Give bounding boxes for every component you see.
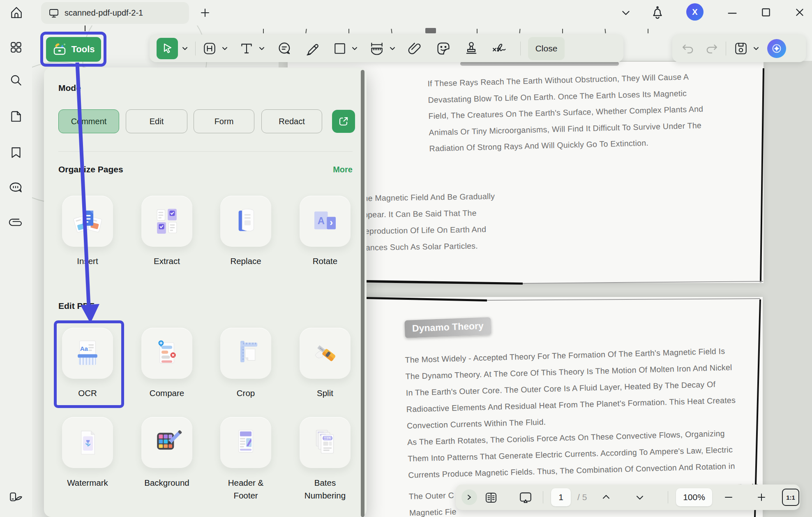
shape-tool-button[interactable]: [333, 42, 347, 56]
section-divider: [58, 151, 353, 152]
panel-scrollbar[interactable]: [361, 70, 364, 517]
doc-text-line: appear. It Can Be Said That The: [359, 204, 495, 223]
organize-more-link[interactable]: More: [333, 165, 353, 174]
tile-insert[interactable]: [62, 196, 113, 247]
highlight-tool-dropdown[interactable]: [221, 45, 228, 52]
attachment-tool-button[interactable]: [408, 41, 423, 56]
undo-button[interactable]: [681, 42, 694, 55]
sticker-tool-button[interactable]: [436, 41, 451, 56]
tile-bates-numbering[interactable]: 000123: [300, 417, 351, 468]
sidebar-reader-button[interactable]: [0, 485, 32, 509]
stamp-tool-button[interactable]: [464, 41, 479, 56]
page-edge-tick: [85, 26, 85, 31]
tile-split[interactable]: [300, 328, 351, 379]
sidebar-comments-button[interactable]: [0, 176, 32, 200]
page-layout-button[interactable]: [484, 490, 498, 505]
zoom-in-button[interactable]: [755, 491, 768, 503]
actual-size-button[interactable]: 1:1: [782, 489, 799, 506]
tile-replace[interactable]: [220, 196, 271, 247]
mode-redact-button[interactable]: Redact: [261, 109, 322, 133]
previous-page-button[interactable]: [600, 491, 613, 503]
tile-rotate[interactable]: A ›: [300, 196, 351, 247]
tab-list-button[interactable]: [619, 6, 633, 20]
highlight-tool-button[interactable]: [202, 41, 217, 56]
tile-watermark[interactable]: [62, 417, 113, 468]
tab-title: scanned-pdf-updf-2-1: [65, 8, 143, 18]
ai-assistant-button[interactable]: [767, 39, 786, 58]
insert-illustration-icon: [72, 205, 104, 237]
expand-toolbar-button[interactable]: [461, 489, 477, 505]
measure-tool-button[interactable]: [369, 41, 385, 56]
select-tool-dropdown[interactable]: [181, 45, 189, 52]
save-button[interactable]: [734, 41, 748, 56]
redo-button[interactable]: [705, 42, 718, 55]
zoom-out-button[interactable]: [722, 491, 735, 503]
comment-tool-button[interactable]: [277, 41, 293, 56]
text-tool-dropdown[interactable]: [258, 45, 265, 52]
actual-size-label: 1:1: [786, 494, 795, 501]
open-in-window-button[interactable]: [332, 110, 355, 133]
tile-label-background: Background: [132, 476, 202, 489]
bates-sample-text: 000123: [323, 437, 332, 440]
close-tools-button[interactable]: Close: [528, 37, 565, 60]
new-tab-button[interactable]: [197, 5, 213, 21]
mode-form-button[interactable]: Form: [194, 109, 254, 133]
bell-icon: [651, 5, 664, 20]
tile-header-footer[interactable]: [220, 417, 271, 468]
sidebar-search-button[interactable]: [0, 68, 32, 92]
measure-tool-dropdown[interactable]: [389, 45, 396, 52]
next-page-button[interactable]: [633, 491, 646, 503]
select-tool-button[interactable]: [157, 38, 178, 59]
search-icon: [9, 73, 23, 87]
bookmark-icon: [9, 146, 23, 160]
minimize-button[interactable]: [725, 6, 740, 20]
zoom-level-control[interactable]: 100%: [676, 488, 712, 506]
square-icon: [333, 42, 347, 56]
app-window: If These Rays Reach The Earth Without Ob…: [0, 0, 812, 517]
tile-crop[interactable]: [220, 328, 271, 379]
page-edge-tick: [562, 29, 563, 33]
replace-illustration-icon: [230, 205, 262, 237]
history-toolbar: [672, 35, 806, 62]
tile-extract[interactable]: [141, 196, 192, 247]
close-button-label: Close: [535, 44, 558, 53]
close-window-button[interactable]: [792, 5, 807, 20]
maximize-button[interactable]: [759, 5, 773, 20]
signature-tool-button[interactable]: [491, 41, 509, 56]
save-icon: [734, 41, 748, 56]
doc-text-fragment: The Outer C: [408, 487, 454, 505]
tile-label-header-footer: Header & Footer: [215, 476, 276, 502]
paperclip-icon: [9, 216, 23, 231]
tile-label-extract: Extract: [132, 255, 202, 267]
presentation-button[interactable]: [518, 490, 533, 505]
page1-paragraph: If These Rays Reach The Earth Without Ob…: [427, 68, 704, 157]
document-tab[interactable]: scanned-pdf-updf-2-1: [41, 2, 189, 24]
chevron-down-icon: [181, 45, 189, 52]
left-sidebar: [0, 26, 32, 517]
tile-compare[interactable]: [141, 328, 192, 379]
account-avatar[interactable]: X: [686, 3, 704, 21]
screen-pointer-icon: [519, 491, 533, 505]
mode-comment-button[interactable]: Comment: [58, 109, 119, 133]
page-number-input[interactable]: 1: [551, 488, 571, 506]
sidebar-bookmarks-button[interactable]: [0, 141, 32, 165]
sidebar-thumbnails-button[interactable]: [0, 35, 32, 59]
home-button[interactable]: [6, 2, 27, 23]
compare-illustration-icon: [151, 337, 183, 369]
shape-tool-dropdown[interactable]: [351, 45, 358, 52]
two-page-layout-icon: [484, 491, 498, 504]
pencil-tool-button[interactable]: [305, 41, 321, 56]
save-dropdown[interactable]: [752, 45, 760, 52]
text-tool-button[interactable]: [239, 41, 254, 56]
undo-icon: [681, 42, 694, 55]
notifications-button[interactable]: [649, 4, 666, 21]
sidebar-pages-button[interactable]: [0, 104, 32, 128]
tile-label-watermark: Watermark: [53, 476, 122, 489]
mode-edit-button[interactable]: Edit: [126, 109, 187, 133]
mode-section-title: Mode: [58, 83, 81, 93]
tile-background[interactable]: [141, 417, 192, 468]
avatar-initial: X: [692, 7, 697, 17]
tile-label-replace: Replace: [211, 255, 281, 267]
ruler-icon: [369, 41, 385, 56]
sidebar-attachments-button[interactable]: [0, 211, 32, 235]
